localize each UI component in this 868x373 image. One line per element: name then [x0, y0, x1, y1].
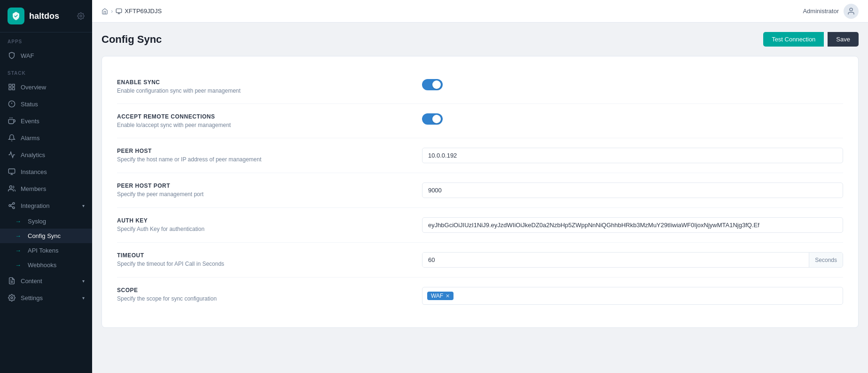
topbar-right: Administrator: [803, 4, 859, 19]
accept-remote-label: ACCEPT REMOTE CONNECTIONS: [117, 113, 407, 120]
status-icon: [8, 100, 16, 108]
sidebar-sub-item-api-tokens[interactable]: → API Tokens: [0, 243, 92, 258]
peer-host-port-input[interactable]: [422, 183, 843, 198]
enable-sync-toggle[interactable]: [422, 79, 443, 90]
members-icon: [8, 184, 16, 193]
svg-point-22: [11, 297, 13, 299]
timeout-label-group: TIMEOUT Specify the timeout for API Call…: [117, 252, 407, 267]
timeout-input[interactable]: [422, 253, 809, 267]
sidebar-item-content[interactable]: Content ▾: [0, 272, 92, 289]
sidebar-sub-item-label: Syslog: [28, 218, 46, 225]
scope-tag-input[interactable]: WAF ✕: [422, 287, 843, 305]
peer-host-port-desc: Specify the peer management port: [117, 191, 407, 198]
svg-point-26: [850, 8, 852, 11]
sidebar-sub-item-webhooks[interactable]: → Webhooks: [0, 258, 92, 272]
test-connection-button[interactable]: Test Connection: [763, 32, 824, 47]
breadcrumb-separator: ›: [111, 8, 113, 15]
home-icon[interactable]: [102, 8, 108, 15]
arrow-icon: →: [15, 262, 21, 269]
peer-host-input[interactable]: [422, 148, 843, 163]
logo-text: haltdos: [29, 11, 59, 21]
sidebar-item-label: Instances: [21, 168, 47, 175]
chevron-down-icon: ▾: [82, 278, 85, 284]
sidebar-item-label: Alarms: [21, 135, 39, 142]
peer-host-row: PEER HOST Specify the host name or IP ad…: [117, 138, 843, 173]
config-sync-card: ENABLE SYNC Enable configuration sync wi…: [102, 56, 859, 328]
sidebar-item-members[interactable]: Members: [0, 180, 92, 197]
chevron-down-icon: ▾: [82, 203, 85, 208]
enable-sync-row: ENABLE SYNC Enable configuration sync wi…: [117, 70, 843, 104]
instances-icon: [8, 167, 16, 176]
scope-label-group: SCOPE Specify the scope for sync configu…: [117, 287, 407, 302]
logo-icon: [8, 8, 24, 24]
scope-tag-close[interactable]: ✕: [446, 293, 450, 299]
accept-remote-toggle[interactable]: [422, 113, 443, 125]
topbar: › XFTP69JDJS Administrator: [92, 0, 868, 23]
settings-icon[interactable]: [77, 12, 85, 20]
sidebar-item-alarms[interactable]: Alarms: [0, 129, 92, 146]
events-icon: [8, 117, 16, 125]
timeout-control: Seconds: [422, 252, 843, 268]
auth-key-row: AUTH KEY Specify Auth Key for authentica…: [117, 208, 843, 243]
header-actions: Test Connection Save: [763, 32, 859, 47]
sidebar-item-label: Events: [21, 118, 39, 125]
sidebar-item-label: Overview: [21, 84, 46, 91]
peer-host-control: [422, 148, 843, 163]
accept-remote-label-group: ACCEPT REMOTE CONNECTIONS Enable lo/acce…: [117, 113, 407, 128]
accept-remote-row: ACCEPT REMOTE CONNECTIONS Enable lo/acce…: [117, 104, 843, 138]
peer-host-port-label: PEER HOST PORT: [117, 183, 407, 189]
sidebar-item-overview[interactable]: Overview: [0, 79, 92, 95]
sidebar-sub-item-config-sync[interactable]: → Config Sync: [0, 229, 92, 243]
page-content: Config Sync Test Connection Save ENABLE …: [92, 23, 868, 373]
sidebar-item-label: Integration: [21, 202, 49, 209]
auth-key-desc: Specify Auth Key for authentication: [117, 226, 407, 232]
sidebar-sub-item-syslog[interactable]: → Syslog: [0, 214, 92, 229]
scope-label: SCOPE: [117, 287, 407, 294]
auth-key-control: [422, 217, 843, 233]
auth-key-input[interactable]: [422, 217, 843, 233]
enable-sync-label-group: ENABLE SYNC Enable configuration sync wi…: [117, 79, 407, 94]
sidebar-item-label: Status: [21, 101, 38, 108]
waf-icon: [8, 51, 16, 60]
sidebar-item-settings[interactable]: Settings ▾: [0, 289, 92, 306]
scope-tag-label: WAF: [431, 293, 443, 299]
svg-point-15: [13, 202, 15, 204]
sidebar-item-integration[interactable]: Integration ▾: [0, 197, 92, 214]
main-area: › XFTP69JDJS Administrator Config Sync T…: [92, 0, 868, 373]
accept-remote-desc: Enable lo/accept sync with peer manageme…: [117, 122, 407, 128]
analytics-icon: [8, 151, 16, 159]
timeout-input-wrapper: Seconds: [422, 252, 843, 268]
breadcrumb: › XFTP69JDJS: [102, 8, 162, 15]
sidebar-item-instances[interactable]: Instances: [0, 163, 92, 180]
page-title: Config Sync: [102, 33, 162, 46]
sidebar-item-label: WAF: [21, 52, 34, 59]
enable-sync-label: ENABLE SYNC: [117, 79, 407, 86]
svg-point-16: [9, 205, 11, 206]
scope-row: SCOPE Specify the scope for sync configu…: [117, 278, 843, 314]
scope-control: WAF ✕: [422, 287, 843, 305]
sidebar-item-analytics[interactable]: Analytics: [0, 146, 92, 163]
settings-nav-icon: [8, 294, 16, 302]
sidebar-item-events[interactable]: Events: [0, 112, 92, 129]
peer-host-port-label-group: PEER HOST PORT Specify the peer manageme…: [117, 183, 407, 198]
overview-icon: [8, 83, 16, 91]
page-header: Config Sync Test Connection Save: [102, 32, 859, 47]
avatar: [844, 4, 859, 19]
timeout-desc: Specify the timeout for API Call in Seco…: [117, 261, 407, 267]
svg-rect-3: [12, 87, 15, 90]
timeout-suffix: Seconds: [809, 253, 843, 267]
svg-rect-1: [9, 84, 11, 87]
sidebar-item-waf[interactable]: WAF: [0, 47, 92, 64]
sidebar-sub-item-label: Webhooks: [28, 262, 56, 269]
scope-desc: Specify the scope for sync configuration: [117, 295, 407, 302]
svg-point-14: [9, 186, 12, 188]
peer-host-label-group: PEER HOST Specify the host name or IP ad…: [117, 148, 407, 163]
auth-key-label-group: AUTH KEY Specify Auth Key for authentica…: [117, 217, 407, 232]
svg-line-19: [11, 204, 13, 205]
save-button[interactable]: Save: [828, 32, 859, 47]
sidebar-item-status[interactable]: Status: [0, 95, 92, 112]
sidebar: haltdos APPS WAF STACK Overview Status E…: [0, 0, 92, 373]
admin-name: Administrator: [803, 8, 839, 15]
sidebar-item-label: Members: [21, 185, 46, 192]
device-name: XFTP69JDJS: [125, 8, 162, 15]
